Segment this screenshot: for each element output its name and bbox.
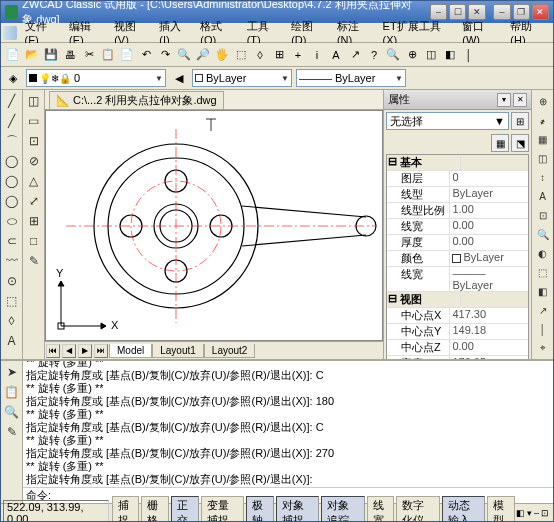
rstrip-tool-9[interactable]: ⬚ bbox=[534, 263, 552, 281]
draw-tool-4[interactable]: ◯ bbox=[3, 172, 21, 190]
cmd-tool-1[interactable]: 📋 bbox=[3, 383, 21, 401]
tool-button-6[interactable]: 📄 bbox=[118, 46, 136, 64]
tool-button-14[interactable]: ⊞ bbox=[270, 46, 288, 64]
linetype-dropdown[interactable]: ———ByLayer▼ bbox=[296, 69, 406, 87]
tool-button-24[interactable]: │ bbox=[460, 46, 478, 64]
tool-button-11[interactable]: 🖐 bbox=[213, 46, 231, 64]
layer-icon[interactable]: ◈ bbox=[4, 69, 22, 87]
modify-tool-2[interactable]: ⊡ bbox=[25, 132, 43, 150]
prop-row[interactable]: 中心点Z0.00 bbox=[387, 340, 528, 356]
modify-tool-7[interactable]: □ bbox=[25, 232, 43, 250]
rstrip-tool-5[interactable]: A bbox=[534, 187, 552, 205]
prop-row[interactable]: 颜色ByLayer bbox=[387, 251, 528, 267]
tab-nav-0[interactable]: ⏮ bbox=[46, 344, 60, 358]
tool-button-19[interactable]: ? bbox=[365, 46, 383, 64]
tool-button-2[interactable]: 💾 bbox=[42, 46, 60, 64]
panel-close-icon[interactable]: ✕ bbox=[513, 93, 527, 107]
rstrip-tool-8[interactable]: ◐ bbox=[534, 244, 552, 262]
layout-tab-layout2[interactable]: Layout2 bbox=[204, 344, 256, 358]
tab-nav-1[interactable]: ◀ bbox=[62, 344, 76, 358]
draw-tool-3[interactable]: ◯ bbox=[3, 152, 21, 170]
tab-nav-3[interactable]: ⏭ bbox=[94, 344, 108, 358]
status-toggle-5[interactable]: 对象捕捉 bbox=[276, 496, 319, 523]
prop-category[interactable]: ⊟视图 bbox=[387, 292, 528, 308]
tab-nav-2[interactable]: ▶ bbox=[78, 344, 92, 358]
rstrip-tool-7[interactable]: 🔍 bbox=[534, 225, 552, 243]
status-toggle-6[interactable]: 对象追踪 bbox=[321, 496, 364, 523]
modify-tool-4[interactable]: △ bbox=[25, 172, 43, 190]
tool-button-10[interactable]: 🔎 bbox=[194, 46, 212, 64]
rstrip-tool-4[interactable]: ↕ bbox=[534, 168, 552, 186]
rstrip-tool-13[interactable]: ⌖ bbox=[534, 339, 552, 357]
status-right-3[interactable]: ⊡ bbox=[541, 508, 549, 518]
layer-dropdown[interactable]: 💡❄🔒0 ▼ bbox=[26, 69, 166, 87]
status-right-2[interactable]: – bbox=[534, 508, 539, 518]
property-grid[interactable]: ⊟基本图层0线型ByLayer线型比例1.00线宽0.00厚度0.00颜色ByL… bbox=[386, 154, 529, 359]
modify-tool-5[interactable]: ⤢ bbox=[25, 192, 43, 210]
rstrip-tool-10[interactable]: ◧ bbox=[534, 282, 552, 300]
tool-button-20[interactable]: 🔍 bbox=[384, 46, 402, 64]
prop-category[interactable]: ⊟基本 bbox=[387, 155, 528, 171]
modify-tool-3[interactable]: ⊘ bbox=[25, 152, 43, 170]
tool-button-9[interactable]: 🔍 bbox=[175, 46, 193, 64]
document-tab[interactable]: 📐 C:\...2 利用夹点拉伸对象.dwg bbox=[49, 91, 224, 109]
prop-row[interactable]: 线型比例1.00 bbox=[387, 203, 528, 219]
prop-row[interactable]: 图层0 bbox=[387, 171, 528, 187]
tool-button-16[interactable]: i bbox=[308, 46, 326, 64]
modify-tool-1[interactable]: ▭ bbox=[25, 112, 43, 130]
prop-row[interactable]: 线宽——— ByLayer bbox=[387, 267, 528, 292]
drawing-canvas[interactable]: X Y bbox=[45, 110, 383, 341]
cmd-tool-2[interactable]: 🔍 bbox=[3, 403, 21, 421]
tool-button-3[interactable]: 🖶 bbox=[61, 46, 79, 64]
draw-tool-0[interactable]: ╱ bbox=[3, 92, 21, 110]
modify-tool-0[interactable]: ◫ bbox=[25, 92, 43, 110]
rstrip-tool-0[interactable]: ⊕ bbox=[534, 92, 552, 110]
status-toggle-7[interactable]: 线宽 bbox=[367, 496, 395, 523]
draw-tool-8[interactable]: 〰 bbox=[3, 252, 21, 270]
rstrip-tool-6[interactable]: ⊡ bbox=[534, 206, 552, 224]
prop-row[interactable]: 厚度0.00 bbox=[387, 235, 528, 251]
tool-button-12[interactable]: ⬚ bbox=[232, 46, 250, 64]
draw-tool-6[interactable]: ⬭ bbox=[3, 212, 21, 230]
layout-tab-layout1[interactable]: Layout1 bbox=[152, 344, 204, 358]
layout-tab-model[interactable]: Model bbox=[109, 344, 152, 358]
selection-dropdown[interactable]: 无选择▼ bbox=[386, 112, 509, 130]
prop-row[interactable]: 中心点Y149.18 bbox=[387, 324, 528, 340]
pick-button[interactable]: ▦ bbox=[491, 134, 509, 152]
status-toggle-8[interactable]: 数字化仪 bbox=[396, 496, 439, 523]
status-toggle-4[interactable]: 极轴 bbox=[246, 496, 274, 523]
tool-button-18[interactable]: ↗ bbox=[346, 46, 364, 64]
tool-button-7[interactable]: ↶ bbox=[137, 46, 155, 64]
cmd-tool-3[interactable]: ✎ bbox=[3, 423, 21, 441]
prop-row[interactable]: 线型ByLayer bbox=[387, 187, 528, 203]
status-toggle-10[interactable]: 模型 bbox=[487, 496, 515, 523]
tool-button-15[interactable]: + bbox=[289, 46, 307, 64]
draw-tool-1[interactable]: ╱ bbox=[3, 112, 21, 130]
status-right-0[interactable]: ◧ bbox=[516, 508, 525, 518]
tool-button-23[interactable]: ◧ bbox=[441, 46, 459, 64]
layer-prev-icon[interactable]: ◀ bbox=[170, 69, 188, 87]
status-right-1[interactable]: ▾ bbox=[527, 508, 532, 518]
rstrip-tool-12[interactable]: │ bbox=[534, 320, 552, 338]
status-toggle-2[interactable]: 正交 bbox=[171, 496, 199, 523]
command-log[interactable]: ** 旋转 **指定旋转角度或 [基点(B)/复制(C)/放弃(U)/参照(R)… bbox=[23, 361, 553, 487]
draw-tool-10[interactable]: ⬚ bbox=[3, 292, 21, 310]
modify-tool-6[interactable]: ⊞ bbox=[25, 212, 43, 230]
draw-tool-9[interactable]: ⊙ bbox=[3, 272, 21, 290]
cmd-tool-0[interactable]: ➤ bbox=[3, 363, 21, 381]
prop-row[interactable]: 线宽0.00 bbox=[387, 219, 528, 235]
draw-tool-12[interactable]: A bbox=[3, 332, 21, 350]
tool-button-13[interactable]: ◊ bbox=[251, 46, 269, 64]
menu-icon[interactable] bbox=[3, 26, 17, 40]
toggle-button[interactable]: ⬔ bbox=[511, 134, 529, 152]
tool-button-4[interactable]: ✂ bbox=[80, 46, 98, 64]
status-toggle-0[interactable]: 捕捉 bbox=[112, 496, 140, 523]
modify-tool-8[interactable]: ✎ bbox=[25, 252, 43, 270]
rstrip-tool-1[interactable]: ҂ bbox=[534, 111, 552, 129]
tool-button-17[interactable]: A bbox=[327, 46, 345, 64]
status-toggle-3[interactable]: 变量捕捉 bbox=[201, 496, 244, 523]
tool-button-22[interactable]: ◫ bbox=[422, 46, 440, 64]
rstrip-tool-2[interactable]: ▦ bbox=[534, 130, 552, 148]
tool-button-21[interactable]: ⊕ bbox=[403, 46, 421, 64]
status-toggle-1[interactable]: 栅格 bbox=[141, 496, 169, 523]
